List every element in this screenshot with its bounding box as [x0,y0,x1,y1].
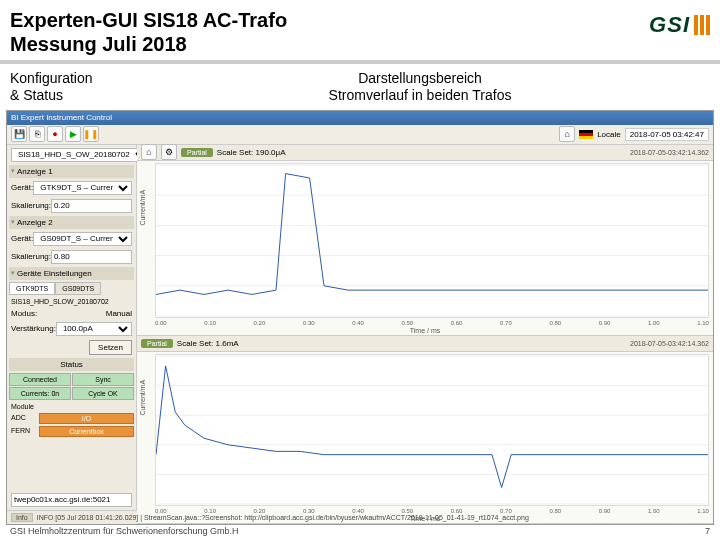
locale-label[interactable]: Locale [597,130,621,139]
window-title: BI Expert Instrument Control [11,113,112,122]
status-cycle: Cycle OK [72,387,134,400]
config-status-label: Konfiguration & Status [10,70,130,104]
status-header: Status [9,358,134,371]
geraet2-dropdown[interactable]: GS09DT_S – Current [33,232,132,246]
logo-bars-icon [694,15,710,35]
german-flag-icon [579,130,593,139]
chart2-pane: Partial Scale Set: 1.6mA 2018-07-05-03:4… [137,336,713,524]
host-input[interactable] [11,493,132,507]
title-line2: Messung Juli 2018 [10,32,287,56]
chart2-timestamp: 2018-07-05-03:42:14.362 [630,340,709,347]
toolbar-timestamp: 2018-07-05 03:42:47 [625,128,709,141]
statusbar-text: INFO [05 Jul 2018 01:41:26.029] | Stream… [37,514,529,521]
chevron-down-icon: ▾ [11,218,15,226]
chart2-ylabel: Current/mA [139,379,146,415]
mod-fern-label: FERN [9,426,39,437]
logo-text: GSI [649,12,690,38]
chart1-plot[interactable]: Current/mA [155,163,709,318]
export-button[interactable]: ⎘ [29,126,45,142]
save-button[interactable]: 💾 [11,126,27,142]
status-connected: Connected [9,373,71,386]
slide-header: Experten-GUI SIS18 AC-Trafo Messung Juli… [0,0,720,64]
record-button[interactable]: ● [47,126,63,142]
mod-adc-value: I/O [39,413,134,424]
display-area-label: Darstellungsbereich Stromverlauf in beid… [130,70,710,104]
gsi-logo: GSI [649,8,710,38]
chart2-scale: Scale Set: 1.6mA [177,339,239,348]
chart2-plot[interactable]: Current/mA [155,354,709,506]
geraet1-dropdown[interactable]: GTK9DT_S – Current [33,181,132,195]
chart2-toolbar: Partial Scale Set: 1.6mA 2018-07-05-03:4… [137,336,713,352]
slide-title: Experten-GUI SIS18 AC-Trafo Messung Juli… [10,8,287,56]
slide-footer: GSI Helmholtzzentrum für Schwerionenfors… [0,526,720,536]
chart1-toolbar: ⌂ ⚙ Partial Scale Set: 190.0μA 2018-07-0… [137,145,713,161]
chart1-ylabel: Current/mA [139,190,146,226]
skalierung2-label: Skalierung: [11,252,51,261]
play-button[interactable]: ▶ [65,126,81,142]
chart1-scale: Scale Set: 190.0μA [217,148,286,157]
config-sidebar: SIS18_HHD_S_OW_20180702 ▾ Anzeige 1 Gerä… [7,145,137,510]
tab-gs09dts[interactable]: GS09DTS [55,282,101,295]
section-labels: Konfiguration & Status Darstellungsberei… [0,64,720,110]
footer-org: GSI Helmholtzzentrum für Schwerionenfors… [10,526,239,536]
status-currents: Currents: 0n [9,387,71,400]
skalierung2-input[interactable] [51,250,132,264]
context2: SIS18_HHD_SLOW_20180702 [11,298,109,305]
mod-fern-value: Currentbox [39,426,134,437]
mod-adc-label: ADC [9,413,39,424]
status-grid: Connected Sync Currents: 0n Cycle OK [9,373,134,400]
chart1-pane: ⌂ ⚙ Partial Scale Set: 190.0μA 2018-07-0… [137,145,713,336]
pause-button[interactable]: ❚❚ [83,126,99,142]
context-dropdown[interactable]: SIS18_HHD_S_OW_20180702 [11,148,149,162]
app-window: BI Expert Instrument Control 💾 ⎘ ● ▶ ❚❚ … [6,110,714,525]
chevron-down-icon: ▾ [11,167,15,175]
partial-button[interactable]: Partial [181,148,213,157]
partial-button[interactable]: Partial [141,339,173,348]
settings-header[interactable]: ▾ Geräte Einstellungen [9,267,134,280]
modus-value: Manual [106,309,132,318]
geraet2-label: Gerät: [11,234,33,243]
main-toolbar: 💾 ⎘ ● ▶ ❚❚ ⌂ Locale 2018-07-05 03:42:47 [7,125,713,145]
chart-opts-icon[interactable]: ⚙ [161,144,177,160]
verstaerkung-label: Verstärkung: [11,324,56,333]
app-titlebar: BI Expert Instrument Control [7,111,713,125]
charts-area: ⌂ ⚙ Partial Scale Set: 190.0μA 2018-07-0… [137,145,713,510]
chevron-down-icon: ▾ [11,269,15,277]
setzen-button[interactable]: Setzen [89,340,132,355]
modus-label: Modus: [11,309,37,318]
info-tab[interactable]: Info [11,513,33,522]
anzeige1-header[interactable]: ▾ Anzeige 1 [9,165,134,178]
skalierung1-input[interactable] [51,199,132,213]
geraet1-label: Gerät: [11,183,33,192]
chart-home-icon[interactable]: ⌂ [141,144,157,160]
device-tabs: GTK9DTS GS09DTS [9,282,134,295]
tab-gtk9dts[interactable]: GTK9DTS [9,282,55,295]
chart1-timestamp: 2018-07-05-03:42:14.362 [630,149,709,156]
skalierung1-label: Skalierung: [11,201,51,210]
chart1-xlabel: Time / ms [137,326,713,335]
status-sync: Sync [72,373,134,386]
title-line1: Experten-GUI SIS18 AC-Trafo [10,8,287,32]
verstaerkung-dropdown[interactable]: 100.0pA [56,322,132,336]
module-label: Module [9,402,134,411]
home-button[interactable]: ⌂ [559,126,575,142]
page-number: 7 [705,526,710,536]
anzeige2-header[interactable]: ▾ Anzeige 2 [9,216,134,229]
